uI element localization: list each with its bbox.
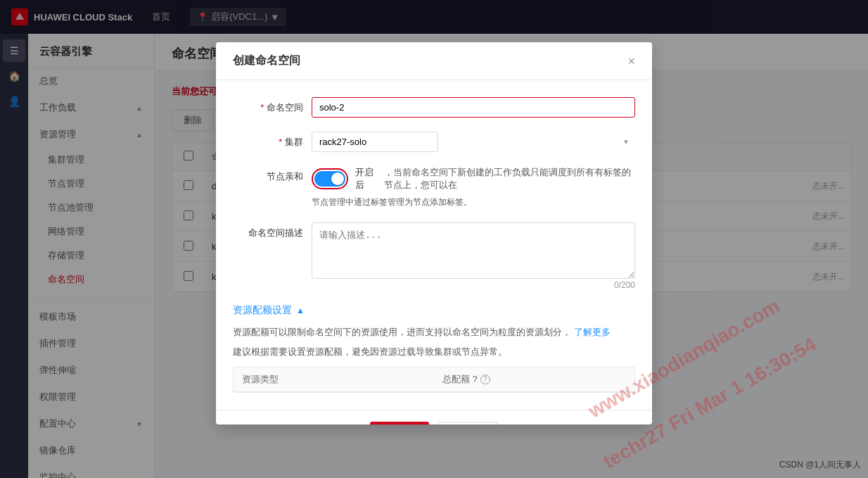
- toggle-container: [312, 168, 348, 189]
- create-namespace-modal: 创建命名空间 × 命名空间 集群 rack27-solo ▼: [216, 42, 652, 424]
- toggle-description: 节点管理中通过标签管理为节点添加标签。: [312, 196, 635, 208]
- cluster-field-row: 集群 rack27-solo ▼: [233, 132, 635, 152]
- namespace-field-row: 命名空间: [233, 97, 635, 118]
- section-collapse-icon: ▲: [296, 306, 305, 315]
- resource-th-total: 总配额 ? ?: [434, 367, 634, 391]
- watermark-csdn: CSDN @1人间无事人: [779, 459, 861, 471]
- quota-help-icon[interactable]: ?: [480, 375, 490, 384]
- cluster-control: rack27-solo ▼: [312, 132, 635, 152]
- modal-title: 创建命名空间: [233, 54, 300, 68]
- char-count: 0/200: [312, 280, 635, 290]
- cluster-label: 集群: [233, 132, 303, 149]
- resource-quota-title: 资源配额设置: [233, 304, 292, 317]
- node-sync-row: 节点亲和 开启后 ，当前命名空间下新创建的工作负载只能调度到所有有标签的节点上，…: [233, 166, 635, 208]
- node-sync-label: 节点亲和: [233, 166, 303, 183]
- select-arrow-icon: ▼: [623, 138, 630, 146]
- modal-body: 命名空间 集群 rack27-solo ▼: [216, 80, 652, 410]
- toggle-desc-inline: ，当前命名空间下新创建的工作负载只能调度到所有有标签的节点上，您可以在: [384, 166, 635, 191]
- cluster-select-wrapper: rack27-solo ▼: [312, 132, 635, 152]
- toggle-label: 开启后: [355, 166, 377, 191]
- modal-header: 创建命名空间 ×: [216, 42, 652, 80]
- description-label: 命名空间描述: [233, 222, 303, 239]
- namespace-label: 命名空间: [233, 97, 303, 114]
- node-sync-control: 开启后 ，当前命名空间下新创建的工作负载只能调度到所有有标签的节点上，您可以在 …: [312, 166, 635, 208]
- node-sync-toggle[interactable]: [314, 171, 345, 187]
- description-row: 命名空间描述 0/200: [233, 222, 635, 290]
- modal-overlay: 创建命名空间 × 命名空间 集群 rack27-solo ▼: [0, 0, 868, 478]
- resource-quota-warn: 建议根据需要设置资源配额，避免因资源过载导致集群或节点异常。: [233, 346, 635, 358]
- namespace-control: [312, 97, 635, 118]
- confirm-button[interactable]: 确定: [370, 422, 429, 424]
- cancel-button[interactable]: 取消: [438, 422, 498, 424]
- toggle-row: 开启后 ，当前命名空间下新创建的工作负载只能调度到所有有标签的节点上，您可以在: [312, 166, 635, 191]
- toggle-knob: [331, 172, 344, 185]
- close-button[interactable]: ×: [627, 55, 635, 68]
- resource-table: 资源类型 总配额 ? ?: [233, 367, 635, 393]
- description-control: 0/200: [312, 222, 635, 290]
- resource-quota-desc: 资源配额可以限制命名空间下的资源使用，进而支持以命名空间为粒度的资源划分， 了解…: [233, 325, 635, 340]
- cluster-select[interactable]: rack27-solo: [312, 132, 438, 152]
- modal-footer: 确定 取消: [216, 410, 652, 424]
- resource-quota-section-header[interactable]: 资源配额设置 ▲: [233, 304, 635, 317]
- namespace-input[interactable]: [312, 97, 635, 118]
- resource-th-type: 资源类型: [234, 367, 434, 391]
- resource-table-header: 资源类型 总配额 ? ?: [234, 367, 634, 392]
- description-textarea[interactable]: [312, 222, 635, 279]
- learn-more-link[interactable]: 了解更多: [574, 327, 611, 337]
